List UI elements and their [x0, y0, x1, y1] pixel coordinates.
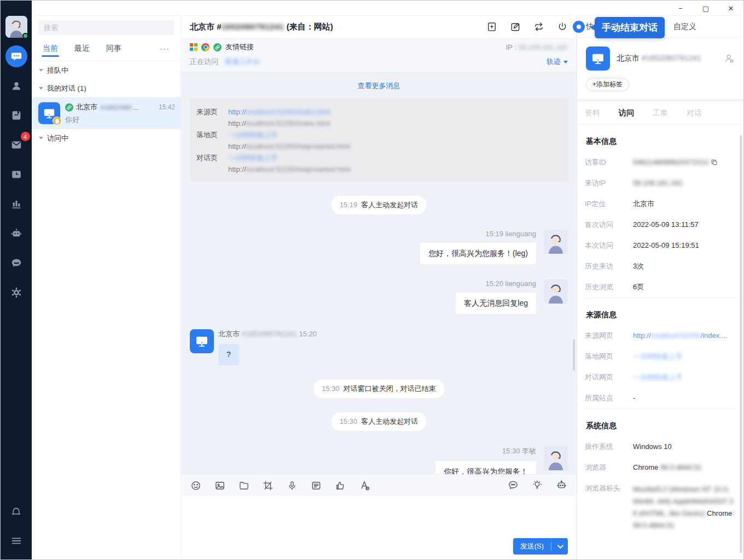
- send-button[interactable]: 发送(S): [513, 538, 568, 555]
- quick-reply-button[interactable]: [508, 480, 519, 491]
- tabs-more-button[interactable]: ···: [160, 44, 170, 53]
- window-titlebar: − ▢ ✕: [32, 1, 743, 16]
- robot-assist-button[interactable]: [556, 480, 567, 491]
- section-visiting-label: 访问中: [47, 133, 68, 143]
- chat-scrollbar-thumb[interactable]: [573, 339, 575, 371]
- chat-title-suffix: (来自：网站): [287, 22, 333, 31]
- section-queue[interactable]: 排队中: [32, 61, 181, 79]
- caret-down-icon: [39, 69, 43, 72]
- chat-page-link[interactable]: 一分钟快速上手: [228, 152, 350, 164]
- more-menu-button[interactable]: [5, 530, 27, 552]
- source-page-link[interactable]: http://localhost:52250/index.html: [228, 106, 330, 118]
- file-button[interactable]: [239, 480, 249, 491]
- notification-bell-button[interactable]: [5, 500, 27, 522]
- card-button[interactable]: [311, 480, 322, 491]
- conversation-preview: 你好: [65, 115, 175, 125]
- message-bubble: ?: [218, 344, 239, 365]
- end-conversation-button[interactable]: [557, 21, 568, 32]
- emoji-button[interactable]: [190, 480, 201, 491]
- sidebar-item-robot[interactable]: [5, 223, 27, 244]
- link-icon: [215, 45, 220, 50]
- friend-link-label: 友情链接: [225, 42, 254, 52]
- suggestion-button[interactable]: [532, 480, 543, 491]
- chat-header-actions: [486, 21, 568, 32]
- track-dropdown[interactable]: 轨迹: [547, 57, 568, 67]
- sidebar-item-wechat[interactable]: [5, 252, 27, 274]
- transfer-arrows-icon: [533, 21, 544, 32]
- add-tag-button[interactable]: +添加标签: [586, 78, 629, 91]
- new-note-button[interactable]: [486, 21, 497, 32]
- smiley-icon: [190, 480, 201, 491]
- copy-button[interactable]: [711, 159, 718, 166]
- tab-current[interactable]: 当前: [43, 37, 58, 60]
- visitor-detail-body[interactable]: 基本信息 访客ID5462148089620371013 来访IP59.109.…: [577, 125, 743, 559]
- subtab-conversations[interactable]: 对话: [687, 108, 702, 118]
- section-queue-label: 排队中: [47, 66, 68, 75]
- section-my-conversations[interactable]: 我的对话 (1): [32, 79, 181, 97]
- operator-avatar[interactable]: [5, 16, 27, 38]
- toolbar-right-group: [508, 480, 567, 491]
- chat-page-url: http://localhost:52250/help/started.html: [228, 164, 350, 175]
- subtab-tickets[interactable]: 工单: [653, 108, 668, 118]
- sidebar-item-settings[interactable]: [5, 282, 27, 304]
- chat-header: 北京市 #1652080791241 (来自：网站): [181, 16, 577, 38]
- visitor-card: 北京市 #1652080791241 +添加标签: [577, 38, 743, 99]
- subtab-profile[interactable]: 资料: [585, 108, 600, 118]
- sidebar-item-statistics[interactable]: [5, 193, 27, 215]
- search-input[interactable]: [44, 24, 168, 32]
- caret-down-icon: [39, 87, 43, 90]
- composer-toolbar: [181, 474, 577, 496]
- chat-title-id: 1652080791241: [222, 22, 284, 31]
- chat-page-value[interactable]: 一分钟快速上手: [633, 372, 683, 382]
- conversation-id: #1652080: [100, 103, 132, 112]
- source-page-value[interactable]: http://localhost:52250/index....: [633, 331, 728, 341]
- window-minimize-button[interactable]: −: [668, 1, 693, 16]
- image-button[interactable]: [214, 480, 225, 491]
- feature-highlight-dot: [573, 21, 585, 33]
- message-input-area[interactable]: 发送(S): [181, 496, 577, 559]
- sidebar-item-history[interactable]: [5, 164, 27, 185]
- source-info-section: 来源信息 来源网页http://localhost:52250/index...…: [585, 310, 736, 409]
- source-row: 落地页 一分钟快速上手 http://localhost:52250/help/…: [196, 129, 561, 152]
- rate-button[interactable]: [335, 480, 346, 491]
- voice-button[interactable]: [287, 480, 298, 491]
- visiting-page-link[interactable]: 客服工作台: [225, 57, 260, 67]
- site-value: -: [633, 393, 635, 403]
- sidebar-item-conversations[interactable]: [5, 45, 27, 67]
- agent-avatar: [544, 230, 568, 254]
- panel-scrollbar-thumb[interactable]: [740, 135, 742, 553]
- robot-icon: [556, 480, 567, 491]
- tab-custom[interactable]: 自定义: [673, 15, 696, 38]
- search-box[interactable]: [38, 20, 174, 35]
- agent-message: 15:30 李敏 你好，很高兴为您服务！: [190, 446, 568, 474]
- caret-down-icon: [563, 61, 568, 63]
- online-status-dot: [22, 33, 28, 39]
- section-visiting[interactable]: 访问中: [32, 129, 181, 147]
- sidebar-item-contacts[interactable]: [5, 75, 27, 97]
- tab-recent[interactable]: 最近: [74, 37, 90, 60]
- landing-page-link[interactable]: 一分钟快速上手: [228, 129, 350, 141]
- mail-icon: [10, 139, 22, 151]
- ip-wrap: IP : 59.109.181.162: [506, 43, 568, 51]
- subtab-visits[interactable]: 访问: [619, 108, 634, 118]
- system-info-section: 系统信息 操作系统Windows 10 浏览器Chrome 99.0.4844.…: [585, 421, 736, 537]
- window-close-button[interactable]: ✕: [718, 1, 743, 16]
- font-settings-button[interactable]: [359, 480, 370, 491]
- transfer-button[interactable]: [533, 21, 544, 32]
- window-maximize-button[interactable]: ▢: [693, 1, 718, 16]
- current-visit-value: 2022-05-09 15:19:51: [633, 241, 699, 250]
- block-visitor-button[interactable]: [724, 53, 735, 64]
- compose-button[interactable]: [510, 21, 521, 32]
- sidebar-item-messages[interactable]: 4: [5, 134, 27, 156]
- send-options-caret[interactable]: [551, 544, 568, 549]
- load-more-link[interactable]: 查看更多消息: [190, 81, 568, 91]
- message-history[interactable]: 查看更多消息 来源页 http://localhost:52250/index.…: [181, 72, 577, 474]
- sidebar-item-tickets[interactable]: [5, 104, 27, 126]
- tab-colleagues[interactable]: 同事: [106, 37, 121, 60]
- source-row-label: 落地页: [196, 129, 224, 152]
- landing-page-value[interactable]: 一分钟快速上手: [633, 352, 683, 361]
- conversation-list-item[interactable]: 北京市 #1652080... 15:42 你好: [32, 97, 181, 129]
- screenshot-button[interactable]: [263, 480, 274, 491]
- system-message: 15:30客人主动发起对话: [190, 412, 568, 431]
- folder-icon: [239, 480, 249, 491]
